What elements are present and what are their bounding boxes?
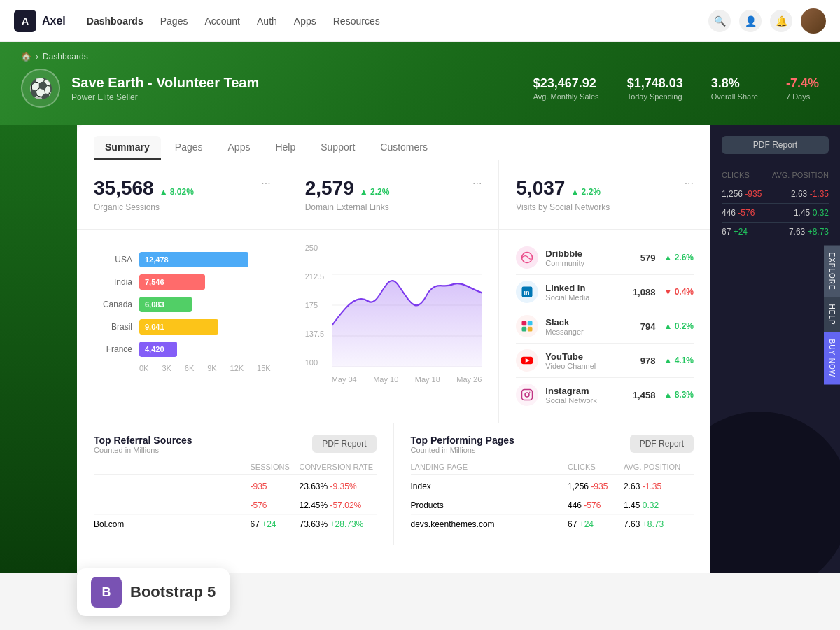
hero-stat-value: $23,467.92 xyxy=(533,76,599,91)
social-change: ▼ 0.4% xyxy=(664,287,694,297)
avatar[interactable] xyxy=(801,8,826,34)
hero-subtitle: Power Elite Seller xyxy=(71,92,259,102)
help-sidebar-btn[interactable]: Help xyxy=(824,298,840,332)
dark-side-panel: PDF Report CLICKS AVG. POSITION 1,256 -9… xyxy=(710,125,840,573)
metric-domain-links: ··· 2,579 ▲ 2.2% Domain External Links xyxy=(288,160,500,229)
row-position: 1.45 0.32 xyxy=(624,500,694,510)
pdf-report-btn[interactable]: PDF Report xyxy=(630,435,694,453)
svg-rect-10 xyxy=(522,327,527,332)
svg-rect-11 xyxy=(528,327,533,332)
metric-label: Domain External Links xyxy=(305,202,482,212)
nav-dashboards[interactable]: Dashboards xyxy=(87,15,144,27)
more-options-btn[interactable]: ··· xyxy=(685,177,694,190)
slack-icon xyxy=(516,315,538,337)
bottom-section: Top Referral Sources Counted in Millions… xyxy=(77,424,710,545)
pdf-report-btn[interactable]: PDF Report xyxy=(312,435,376,453)
bar-chart: USA 12,478 India 7,546 xyxy=(94,252,271,357)
social-item-linkedin: in Linked In Social Media 1,088 ▼ 0.4% xyxy=(516,275,694,309)
hero-title: Save Earth - Volunteer Team xyxy=(71,75,259,91)
xaxis-label: May 04 xyxy=(332,375,357,384)
social-item-youtube: YouTube Video Channel 978 ▲ 4.1% xyxy=(516,344,694,378)
nav-resources[interactable]: Resources xyxy=(333,15,380,27)
notifications-icon[interactable]: 🔔 xyxy=(770,10,792,32)
social-count: 1,088 xyxy=(633,287,656,298)
tab-support[interactable]: Support xyxy=(309,136,366,160)
xaxis-label: 0K xyxy=(139,364,148,372)
bar-label: Canada xyxy=(94,300,132,309)
brand[interactable]: A Axel xyxy=(14,10,66,32)
svg-point-15 xyxy=(525,393,529,397)
tab-customers[interactable]: Customers xyxy=(369,136,439,160)
hero-logo-icon: ⚽ xyxy=(29,77,53,100)
bar-value: 6,083 xyxy=(145,300,164,309)
right-sidebar: Explore Help Buy now xyxy=(824,246,840,385)
bar-value: 9,041 xyxy=(145,323,164,331)
instagram-icon xyxy=(516,384,538,406)
yaxis-label: 175 xyxy=(305,301,330,309)
hero-stat-value: -7.4% xyxy=(786,76,819,91)
social-name: YouTube xyxy=(545,351,640,362)
nav-account[interactable]: Account xyxy=(204,15,240,27)
nav-links: Dashboards Pages Account Auth Apps Resou… xyxy=(87,15,708,27)
dark-row-clicks: 67 +24 xyxy=(722,227,748,237)
social-count: 1,458 xyxy=(633,390,656,400)
social-networks-section: Dribbble Community 579 ▲ 2.6% in Linked … xyxy=(499,230,710,423)
bar-track: 4,420 xyxy=(139,342,271,357)
yaxis-label: 137.5 xyxy=(305,330,330,338)
hero-stat-today-spending: $1,748.03 Today Spending xyxy=(627,76,683,101)
bar-chart-section: USA 12,478 India 7,546 xyxy=(77,230,288,423)
brand-icon: A xyxy=(14,10,36,32)
social-item-slack: Slack Messanger 794 ▲ 0.2% xyxy=(516,309,694,344)
xaxis-label: May 18 xyxy=(415,375,440,384)
bar-value: 7,546 xyxy=(145,278,164,286)
hero-section: 🏠 › Dashboards ⚽ Save Earth - Volunteer … xyxy=(0,42,840,125)
nav-apps[interactable]: Apps xyxy=(294,15,316,27)
row-page: devs.keenthemes.com xyxy=(411,519,568,529)
dark-row-clicks: 1,256 -935 xyxy=(722,189,762,199)
explore-sidebar-btn[interactable]: Explore xyxy=(824,246,840,298)
row-name: Bol.com xyxy=(94,519,251,529)
hero-logo: ⚽ xyxy=(21,69,60,108)
profile-icon[interactable]: 👤 xyxy=(739,10,762,32)
dark-pdf-btn[interactable]: PDF Report xyxy=(722,136,829,154)
xaxis-label: 3K xyxy=(162,364,171,372)
search-icon[interactable]: 🔍 xyxy=(708,10,731,32)
col-header-sessions: SESSIONS xyxy=(251,463,300,471)
bar-row-france: France 4,420 xyxy=(94,342,271,357)
dark-row-pos: 2.63 -1.35 xyxy=(791,189,829,199)
hero-stat-label: Overall Share xyxy=(711,92,758,101)
tab-pages[interactable]: Pages xyxy=(164,136,214,160)
buy-now-sidebar-btn[interactable]: Buy now xyxy=(824,332,840,385)
nav-auth[interactable]: Auth xyxy=(257,15,277,27)
row-sessions: 67 +24 xyxy=(251,519,300,529)
social-type: Social Network xyxy=(545,396,633,405)
bar-label: USA xyxy=(94,255,132,265)
social-change: ▲ 8.3% xyxy=(664,390,694,400)
tab-apps[interactable]: Apps xyxy=(217,136,262,160)
tab-help[interactable]: Help xyxy=(264,136,307,160)
more-options-btn[interactable]: ··· xyxy=(261,177,270,190)
breadcrumb: 🏠 › Dashboards xyxy=(21,42,819,69)
table-row: -576 12.45% -57.02% xyxy=(94,496,377,514)
social-change: ▲ 4.1% xyxy=(664,356,694,365)
more-options-btn[interactable]: ··· xyxy=(472,177,482,190)
metric-change: ▲ 8.02% xyxy=(160,187,194,197)
metrics-row: ··· 35,568 ▲ 8.02% Organic Sessions ··· … xyxy=(77,160,710,230)
svg-point-16 xyxy=(529,392,531,393)
line-chart-section: 250 212.5 175 137.5 100 xyxy=(288,230,500,423)
tab-summary[interactable]: Summary xyxy=(94,136,161,160)
row-clicks: 1,256 -935 xyxy=(568,482,624,491)
bar-track: 12,478 xyxy=(139,252,271,267)
hero-stat-value: 3.8% xyxy=(711,76,758,91)
dark-row-clicks: 446 -576 xyxy=(722,208,755,218)
bootstrap-badge: B Bootstrap 5 xyxy=(77,568,230,616)
row-position: 7.63 +8.73 xyxy=(624,519,694,529)
content-panel: Summary Pages Apps Help Support Customer… xyxy=(77,125,710,573)
table-header: SESSIONS CONVERSION RATE xyxy=(94,460,377,475)
linkedin-icon: in xyxy=(516,281,538,303)
col-header-conversion: CONVERSION RATE xyxy=(300,463,377,471)
nav-pages[interactable]: Pages xyxy=(160,15,188,27)
tabs: Summary Pages Apps Help Support Customer… xyxy=(77,125,710,160)
bar-value: 4,420 xyxy=(145,345,164,354)
svg-rect-9 xyxy=(528,321,533,326)
